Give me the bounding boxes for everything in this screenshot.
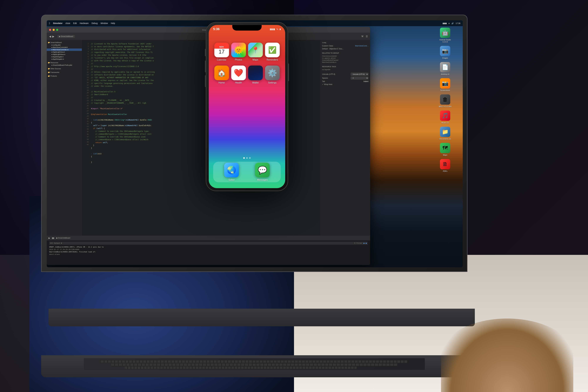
sidebar-group-other[interactable]: 📂 Other Sources [47, 68, 82, 70]
toolbar-right: ⚒ ☰ [361, 35, 368, 38]
sidebar-group-products[interactable]: 📂 Products [47, 75, 82, 77]
page-dot-2 [246, 157, 248, 159]
maximize-button[interactable] [56, 29, 58, 31]
sidebar-file-prefix[interactable]: ● SmartJobBoard-Prefix.plist [47, 64, 82, 66]
app-health-wrapper[interactable]: ❤️ Health [230, 66, 247, 84]
screenshots-icon: 📸 [440, 78, 450, 88]
iphone-screen: 5:36 ▮▮▮▮ ∿ ▮ [209, 25, 285, 188]
inspector-custom-class-row: Custom Class MainViewContr... [322, 45, 368, 47]
safari-icon-inner: 🌏 [227, 166, 236, 174]
minimize-button[interactable] [53, 29, 55, 31]
inspector-identity-section: Relative to Group /Users/swrxconstantin/… [322, 52, 368, 63]
desktop-icon-pdfs[interactable]: 🗎 PDFs [430, 159, 460, 172]
menu-help[interactable]: Help [111, 22, 115, 24]
sidebar-file-night-h[interactable]: ● NightLightView.h [47, 51, 82, 53]
apple-menu-icon[interactable]:  [49, 22, 50, 25]
menu-debug[interactable]: Debug [92, 22, 98, 24]
desktop-icon-music[interactable]: 🎵 Music (2) [430, 110, 460, 124]
pdfs-icon: 🗎 [440, 159, 450, 169]
desktop-icon-desktop-ini[interactable]: 📄 desktop.ini [430, 62, 460, 75]
desktop-icon-screenshots[interactable]: 📸 Screenshots [430, 78, 460, 92]
messages-dock-label: Messages [257, 178, 268, 181]
sidebar-file-config[interactable]: ● config.plist [47, 44, 82, 46]
iphone-volume-up-button[interactable] [205, 60, 206, 72]
menu-file[interactable]: close [66, 22, 70, 24]
safari-dock-label: Safari [228, 178, 234, 181]
debug-play-icon[interactable]: ▶ [48, 237, 50, 239]
scene:  Simulator close Edit Hardware Debug Wi… [0, 0, 588, 392]
photos-label: Photos [235, 58, 242, 61]
menu-app-name[interactable]: Simulator [53, 22, 62, 24]
dock-safari-wrapper[interactable]: 🌏 Safari [224, 163, 240, 181]
desktop-icon-maps[interactable]: 🗺 Maps [430, 143, 460, 156]
dock-messages-wrapper[interactable]: 💬 Messages [254, 163, 270, 181]
debug-line-3: SmartJobBoard[44856:28972028]: Finished … [49, 251, 368, 253]
menu-edit[interactable]: Edit [73, 22, 77, 24]
app-photos-wrapper[interactable]: 🌞 Photos [230, 42, 247, 61]
maps-desktop-label: Maps [443, 154, 447, 156]
wallet-label: Wallet [252, 82, 259, 84]
inspector-indent-row: Tab Indent [322, 80, 368, 82]
line-numbers: 12345 678910 1112131415 1617181920 21222… [84, 42, 91, 164]
debug-line-4: about:blank [49, 253, 368, 256]
toolbar-layout-icon[interactable]: ☰ [366, 35, 368, 38]
toolbar-forward-icon[interactable]: ▶ [52, 35, 54, 38]
sidebar-group-resources[interactable]: 📂 Resources [47, 62, 82, 64]
xcode-inspector: type Custom Class MainViewContr... Defau… [320, 40, 370, 236]
build-status: ▶ SmartJobBoard [57, 35, 75, 38]
debug-icon-2[interactable]: ■ [366, 242, 366, 244]
debug-pause-icon[interactable]: ▮▮ [52, 237, 54, 239]
safari-dock-icon: 🌏 [224, 163, 239, 178]
close-button[interactable] [49, 29, 51, 31]
iphone-volume-down-button[interactable] [205, 75, 206, 87]
inspector-encoding-select[interactable]: Unicode (UTF-8) [351, 73, 368, 76]
laptop-bottom [41, 355, 468, 377]
menu-window[interactable]: Window [100, 22, 108, 24]
app-maps-wrapper[interactable]: 📍 Maps [248, 42, 264, 61]
keyboard-row-1 [101, 360, 408, 363]
sidebar-file-night-m[interactable]: ● NightLightView.m [47, 53, 82, 56]
menubar-volume-icon[interactable]: 🔊 [452, 22, 454, 24]
inspector-indent-label: Tab [322, 80, 325, 82]
sidebar-group-frameworks[interactable]: 📂 Frameworks [47, 71, 82, 74]
sidebar-file-main-h[interactable]: ● MainViewControllerh [47, 46, 82, 48]
debug-target-label: ◉ SmartJobBoard [56, 237, 70, 239]
pdfs-label: PDFs [443, 170, 447, 172]
sidebar-file-main-m[interactable]: ● MainViewController.m [47, 48, 82, 51]
desktop-icon-android-studio[interactable]: 🤖 Android Studio3.2.0.0 [430, 28, 460, 43]
messages-icon-inner: 💬 [258, 166, 267, 174]
ios-status-icons: ▮▮▮▮ ∿ ▮ [270, 28, 281, 31]
debug-filter-label: ⚲ Filter [354, 242, 362, 244]
iphone-mute-button[interactable] [205, 49, 206, 56]
desktop-icon-recycle-bin[interactable]: 🗑 $RECYCLE.BIN [430, 94, 460, 108]
health-icon-inner: ❤️ [234, 68, 243, 78]
menubar-left:  Simulator close Edit Hardware Debug Wi… [49, 22, 115, 25]
home-label: Home [218, 82, 225, 84]
inspector-spaces-select[interactable]: 4 [351, 76, 368, 80]
music-icon: 🎵 [440, 110, 450, 121]
sidebar-project[interactable]: 📂 SmartJobBoard [47, 41, 82, 44]
iphone-power-button[interactable] [288, 64, 289, 81]
sidebar-file-appdelegate-h[interactable]: ● AppDelegate.h [47, 56, 82, 58]
app-calendar-wrapper[interactable]: NOV 17 Calendar [214, 42, 230, 61]
app-row-2: 🏠 Home ❤️ Health [213, 66, 281, 84]
app-home-wrapper[interactable]: 🏠 Home [214, 66, 230, 84]
app-settings-wrapper[interactable]: ⚙️ Settings [264, 66, 280, 84]
toolbar-back-icon[interactable]: ◀ [49, 35, 51, 38]
menubar-wifi-icon[interactable]: ⎈ [448, 22, 450, 24]
debug-icon-1[interactable]: ■ [364, 242, 364, 244]
toolbar-debug-icon[interactable]: ⚒ [361, 35, 364, 38]
menu-hardware[interactable]: Hardware [80, 22, 89, 24]
app-wallet-wrapper[interactable]: Wallet [248, 66, 264, 84]
sidebar-file-appdelegate-m[interactable]: ● AppDelegate.m [47, 58, 82, 60]
ios-page-dots [209, 157, 285, 159]
calendar-icon: NOV 17 [214, 42, 229, 57]
desktop-icon-images[interactable]: 📷 Images [430, 46, 460, 59]
ios-screen-content: 5:36 ▮▮▮▮ ∿ ▮ [209, 25, 285, 188]
app-reminders-wrapper[interactable]: ✅ Reminders [264, 42, 280, 61]
laptop-keyboard [48, 309, 475, 326]
desktop-icon-documents[interactable]: 📁 Documents (2) [430, 127, 460, 140]
inspector-module-row: Default - Objective-C Sou... [322, 48, 368, 50]
ios-wifi-icon: ∿ [276, 28, 278, 31]
iphone-body: 5:36 ▮▮▮▮ ∿ ▮ [206, 22, 288, 191]
